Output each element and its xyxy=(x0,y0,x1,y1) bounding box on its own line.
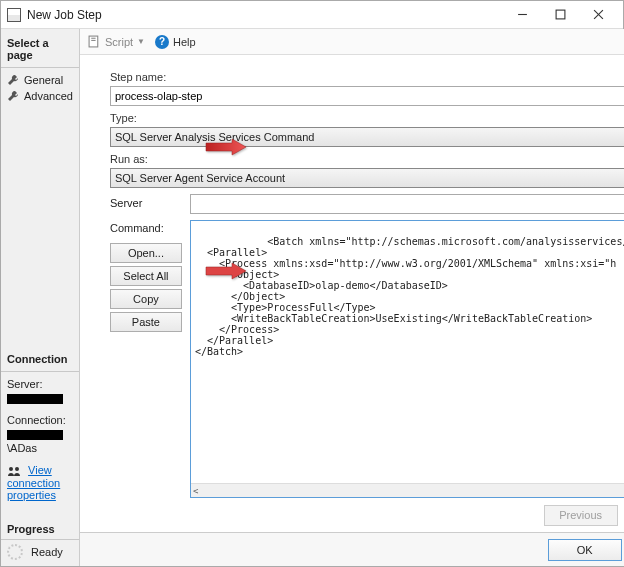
wrench-icon xyxy=(7,74,19,86)
app-icon xyxy=(7,8,21,22)
left-panel: Select a page General Advanced Connectio… xyxy=(1,29,80,566)
type-dropdown[interactable]: SQL Server Analysis Services Command ⌄ xyxy=(110,127,624,147)
svg-rect-1 xyxy=(556,10,565,19)
step-name-input[interactable] xyxy=(110,86,624,106)
progress-status: Ready xyxy=(31,546,63,558)
connection-label: Connection: xyxy=(7,414,73,426)
runas-value: SQL Server Agent Service Account xyxy=(115,172,285,184)
server-label: Server: xyxy=(7,378,73,390)
dialog-footer: OK Cancel xyxy=(80,532,624,566)
wrench-icon xyxy=(7,90,19,102)
connection-header: Connection xyxy=(7,353,73,365)
script-button[interactable]: Script ▼ xyxy=(88,35,145,48)
horizontal-scrollbar[interactable]: <> xyxy=(191,483,624,497)
command-textarea[interactable]: <Batch xmlns="http://schemas.microsoft.c… xyxy=(190,220,624,498)
progress-spinner-icon xyxy=(7,544,23,560)
runas-dropdown[interactable]: SQL Server Agent Service Account ⌄ xyxy=(110,168,624,188)
close-button[interactable] xyxy=(579,4,617,26)
people-icon xyxy=(7,465,21,477)
connection-redacted xyxy=(7,430,63,440)
nav-advanced[interactable]: Advanced xyxy=(7,88,73,104)
dialog-window: New Job Step Select a page General Advan… xyxy=(0,0,624,567)
help-button[interactable]: ? Help xyxy=(155,35,196,49)
type-label: Type: xyxy=(110,112,624,124)
help-icon: ? xyxy=(155,35,169,49)
server-input[interactable] xyxy=(190,194,624,214)
select-all-button[interactable]: Select All xyxy=(110,266,182,286)
paste-button[interactable]: Paste xyxy=(110,312,182,332)
command-label: Command: xyxy=(110,222,182,234)
copy-button[interactable]: Copy xyxy=(110,289,182,309)
nav-general[interactable]: General xyxy=(7,72,73,88)
maximize-button[interactable] xyxy=(541,4,579,26)
connection-suffix: \ADas xyxy=(7,442,37,454)
svg-point-4 xyxy=(9,467,13,471)
nav-advanced-label: Advanced xyxy=(24,90,73,102)
annotation-arrow xyxy=(204,261,248,281)
chevron-down-icon: ▼ xyxy=(137,37,145,46)
window-title: New Job Step xyxy=(27,8,503,22)
ok-button[interactable]: OK xyxy=(548,539,622,561)
svg-point-5 xyxy=(15,467,19,471)
minimize-button[interactable] xyxy=(503,4,541,26)
progress-header: Progress xyxy=(7,523,73,535)
runas-label: Run as: xyxy=(110,153,624,165)
title-bar: New Job Step xyxy=(1,1,623,29)
command-text: <Batch xmlns="http://schemas.microsoft.c… xyxy=(195,236,624,357)
form-area: Step name: Type: SQL Server Analysis Ser… xyxy=(80,55,624,498)
wizard-nav: Previous Next xyxy=(80,498,624,532)
select-page-header: Select a page xyxy=(7,37,73,61)
previous-button[interactable]: Previous xyxy=(544,505,618,526)
annotation-arrow xyxy=(204,137,248,157)
toolbar: Script ▼ ? Help xyxy=(80,29,624,55)
server-redacted xyxy=(7,394,63,404)
step-name-label: Step name: xyxy=(110,71,624,83)
open-button[interactable]: Open... xyxy=(110,243,182,263)
nav-general-label: General xyxy=(24,74,63,86)
svg-rect-6 xyxy=(89,36,98,47)
server-label: Server xyxy=(110,194,182,209)
right-panel: Script ▼ ? Help Step name: Type: SQL Ser… xyxy=(80,29,624,566)
script-icon xyxy=(88,35,101,48)
